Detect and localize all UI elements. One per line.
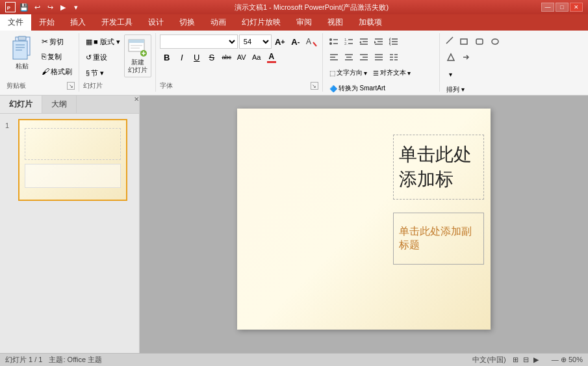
increase-indent-btn[interactable] [372,34,386,49]
align-right-btn[interactable] [357,50,371,64]
clipboard-group: 粘贴 ✂ 剪切 ⎘ 复制 🖌 [3,33,79,92]
shape-rounded-rect-btn[interactable] [472,34,487,49]
menu-transitions[interactable]: 切换 [172,14,203,31]
new-slide-icon [127,38,148,59]
paste-button[interactable]: 粘贴 [6,34,38,79]
underline-btn[interactable]: U [190,50,204,64]
menu-developer[interactable]: 开发工具 [94,14,140,31]
clipboard-expand-btn[interactable]: ↘ [67,82,75,90]
abc-strikethrough-btn[interactable]: abc [220,50,234,64]
svg-line-16 [313,42,316,46]
slide-list: 1 [0,114,139,353]
align-text-label: 对齐文本 [380,68,406,77]
slide-subtitle-box[interactable]: 单击此处添加副标题 [393,213,484,265]
font-size-select[interactable]: 54 [239,34,272,49]
shape-arrow-btn[interactable] [459,50,474,64]
numbered-list-btn[interactable]: 1. 2. [342,34,356,49]
align-center-btn[interactable] [342,50,356,64]
italic-btn[interactable]: I [175,50,189,64]
col-layout-btn[interactable] [387,50,401,64]
clear-format-btn[interactable]: A [304,34,318,49]
outline-tab[interactable]: 大纲 [42,96,77,113]
text-direction-btn[interactable]: ⬚ 文字方向 ▾ [327,66,370,80]
panel-close-btn[interactable]: ✕ [134,96,139,113]
minimize-btn[interactable]: — [541,3,554,12]
shape-triangle-btn[interactable] [444,50,458,64]
close-btn[interactable]: ✕ [570,3,583,12]
text-direction-label: 文字方向 [337,68,363,77]
drawing-group: ▾ 排列 ▾ 快速 ▾ A [440,33,526,92]
slides-group: ▦ ■ 版式 ▾ ↺ 重设 [79,33,156,92]
reset-button[interactable]: ↺ 重设 [83,50,110,64]
play-qat-btn[interactable]: ▶ [57,1,69,13]
copy-label: 复制 [47,52,62,62]
smartart-label: 转换为 SmartArt [339,84,385,93]
char-spacing-btn[interactable]: AV [235,50,249,64]
menu-view[interactable]: 视图 [320,14,351,31]
copy-button[interactable]: ⎘ 复制 [39,49,75,64]
strikethrough-btn[interactable]: S [205,50,219,64]
slide-title-text: 单击此处添加标 [399,142,478,192]
font-expand-btn[interactable]: ↘ [311,82,318,90]
undo-qat-btn[interactable]: ↩ [31,1,43,13]
slide-thumb-image[interactable] [18,119,127,201]
justify-btn[interactable] [372,50,386,64]
menu-home[interactable]: 开始 [31,14,62,31]
new-slide-button[interactable]: 新建幻灯片 [124,34,151,77]
title-bar: P 💾 ↩ ↪ ▶ ▾ 演示文稿1 - Microsoft PowerPoint… [0,0,588,14]
normal-view-btn[interactable]: ⊞ [513,356,518,363]
align-text-btn[interactable]: ☰ 对齐文本 ▾ [370,66,413,80]
arrange-btn[interactable]: 排列 ▾ [444,83,467,97]
font-color-btn[interactable]: A [264,50,279,64]
svg-point-56 [492,39,498,44]
slide-canvas[interactable]: 单击此处添加标 单击此处添加副标题 [237,109,491,330]
menu-review[interactable]: 审阅 [288,14,320,31]
slide-count: 幻灯片 1 / 1 [5,355,42,365]
shapes-more-btn[interactable]: ▾ [444,67,458,81]
menu-insert[interactable]: 插入 [62,14,94,31]
menu-animations[interactable]: 动画 [203,14,234,31]
bullet-list-btn[interactable] [327,34,341,49]
menu-file[interactable]: 文件 [0,14,31,31]
redo-qat-btn[interactable]: ↪ [44,1,56,13]
align-text-icon: ☰ [373,70,379,77]
paste-label: 粘贴 [16,62,29,71]
save-qat-btn[interactable]: 💾 [18,1,30,13]
svg-text:P: P [7,5,10,11]
slide-area: 单击此处添加标 单击此处添加副标题 [140,96,588,353]
menu-design[interactable]: 设计 [140,14,172,31]
line-spacing-btn[interactable] [387,34,401,49]
decrease-indent-btn[interactable] [357,34,371,49]
slide-title-box[interactable]: 单击此处添加标 [393,135,484,200]
cut-label: 剪切 [49,37,64,47]
case-btn[interactable]: Aa [249,50,264,64]
slide-thumbnail-1[interactable]: 1 [5,119,134,201]
status-bar: 幻灯片 1 / 1 主题: Office 主题 中文(中国) ⊞ ⊟ ▶ — ⊕… [0,353,588,366]
shape-oval-btn[interactable] [488,34,502,49]
layout-button[interactable]: ▦ ■ 版式 ▾ [83,34,123,49]
font-group-label: 字体 [160,81,173,90]
align-left-btn[interactable] [327,50,341,64]
section-button[interactable]: § 节 ▾ [83,66,107,80]
shape-line-btn[interactable] [444,34,455,46]
increase-font-btn[interactable]: A+ [273,34,287,49]
copy-icon: ⎘ [42,52,46,61]
slides-tab[interactable]: 幻灯片 [0,96,42,113]
maximize-btn[interactable]: □ [556,3,569,12]
bold-btn[interactable]: B [160,50,174,64]
convert-smartart-btn[interactable]: 🔷 转换为 SmartArt [327,81,388,96]
dropdown-qat-btn[interactable]: ▾ [70,1,82,13]
menu-slideshow[interactable]: 幻灯片放映 [234,14,288,31]
decrease-font-btn[interactable]: A- [288,34,303,49]
format-brush-button[interactable]: 🖌 格式刷 [39,64,75,79]
shape-rect-btn[interactable] [457,34,471,49]
font-family-select[interactable] [160,34,238,49]
layout-icon: ▦ [86,38,92,46]
format-brush-label: 格式刷 [51,67,72,77]
slidesorter-view-btn[interactable]: ⊟ [523,356,529,363]
cut-button[interactable]: ✂ 剪切 [39,34,75,49]
slides-group-label: 幻灯片 [83,81,103,90]
slideshow-view-btn[interactable]: ▶ [533,356,539,363]
menu-addins[interactable]: 加载项 [351,14,390,31]
text-direction-icon: ⬚ [329,70,335,77]
